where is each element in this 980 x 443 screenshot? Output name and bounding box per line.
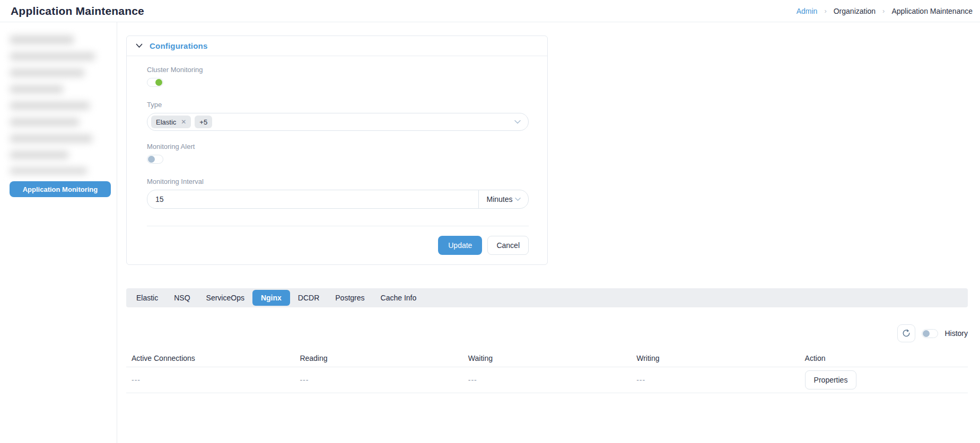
col-writing: Writing bbox=[631, 350, 799, 367]
tab-nginx[interactable]: Nginx bbox=[252, 290, 290, 306]
type-chip-elastic: Elastic ✕ bbox=[151, 116, 191, 128]
configurations-panel-title: Configurations bbox=[150, 41, 207, 50]
col-reading: Reading bbox=[294, 350, 462, 367]
tab-postgres[interactable]: Postgres bbox=[327, 289, 372, 306]
update-button[interactable]: Update bbox=[438, 236, 482, 255]
toggle-knob bbox=[923, 330, 930, 337]
monitoring-interval-group: Minutes bbox=[147, 190, 529, 209]
configurations-panel: Configurations Cluster Monitoring Type E… bbox=[126, 36, 548, 265]
monitoring-interval-label: Monitoring Interval bbox=[147, 178, 527, 185]
page-title: Application Maintenance bbox=[11, 5, 144, 17]
history-toggle[interactable] bbox=[922, 329, 938, 338]
chevron-down-icon bbox=[515, 197, 521, 201]
toggle-knob bbox=[155, 79, 162, 86]
remove-chip-icon[interactable]: ✕ bbox=[181, 118, 186, 126]
breadcrumb-organization[interactable]: Organization bbox=[834, 7, 876, 15]
table-header-row: Active Connections Reading Waiting Writi… bbox=[126, 350, 968, 367]
history-label: History bbox=[944, 329, 968, 338]
cell-writing: --- bbox=[631, 369, 799, 391]
chevron-down-icon bbox=[514, 120, 521, 124]
configurations-panel-header[interactable]: Configurations bbox=[127, 36, 547, 56]
col-action: Action bbox=[800, 350, 968, 367]
monitoring-interval-input[interactable] bbox=[147, 190, 479, 209]
breadcrumb-separator-icon: › bbox=[824, 7, 826, 15]
chevron-down-icon bbox=[136, 43, 143, 48]
interval-unit-value: Minutes bbox=[486, 195, 512, 203]
tab-dcdr[interactable]: DCDR bbox=[290, 289, 327, 306]
configurations-panel-body: Cluster Monitoring Type Elastic ✕ +5 Mon… bbox=[127, 56, 547, 264]
cancel-button[interactable]: Cancel bbox=[487, 236, 529, 255]
breadcrumb-current: Application Maintenance bbox=[891, 7, 973, 15]
nginx-stats-table: Active Connections Reading Waiting Writi… bbox=[126, 350, 968, 393]
tab-nsq[interactable]: NSQ bbox=[166, 289, 198, 306]
breadcrumb-admin[interactable]: Admin bbox=[797, 7, 818, 15]
interval-unit-select[interactable]: Minutes bbox=[478, 190, 529, 209]
breadcrumb: Admin › Organization › Application Maint… bbox=[797, 7, 973, 15]
type-multiselect[interactable]: Elastic ✕ +5 bbox=[147, 113, 529, 131]
refresh-icon bbox=[901, 328, 912, 339]
breadcrumb-separator-icon: › bbox=[882, 7, 885, 15]
cluster-monitoring-toggle[interactable] bbox=[147, 78, 163, 87]
content-area: Application Monitoring Configurations Cl… bbox=[0, 22, 980, 443]
properties-button[interactable]: Properties bbox=[805, 370, 857, 389]
toggle-knob bbox=[148, 156, 155, 163]
cell-active-connections: --- bbox=[126, 369, 294, 391]
tab-serviceops[interactable]: ServiceOps bbox=[198, 289, 252, 306]
refresh-button[interactable] bbox=[897, 324, 915, 342]
type-chip-label: Elastic bbox=[156, 118, 176, 126]
col-waiting: Waiting bbox=[463, 350, 631, 367]
monitoring-alert-label: Monitoring Alert bbox=[147, 143, 527, 150]
cell-waiting: --- bbox=[463, 369, 631, 391]
type-label: Type bbox=[147, 101, 527, 109]
sidebar-item-application-monitoring[interactable]: Application Monitoring bbox=[10, 181, 111, 197]
col-active-connections: Active Connections bbox=[126, 350, 294, 367]
tab-cache-info[interactable]: Cache Info bbox=[373, 289, 425, 306]
cell-action: Properties bbox=[800, 367, 968, 393]
service-tabbar: Elastic NSQ ServiceOps Nginx DCDR Postgr… bbox=[126, 288, 968, 307]
table-row: --- --- --- --- Properties bbox=[126, 367, 968, 393]
cluster-monitoring-label: Cluster Monitoring bbox=[147, 66, 527, 74]
sidebar: Application Monitoring bbox=[0, 22, 117, 443]
panel-button-row: Update Cancel bbox=[147, 226, 529, 264]
application-maintenance-page: Application Maintenance Admin › Organiza… bbox=[0, 0, 980, 443]
tab-elastic[interactable]: Elastic bbox=[128, 289, 166, 306]
main-area: Configurations Cluster Monitoring Type E… bbox=[117, 22, 980, 443]
monitoring-alert-toggle[interactable] bbox=[147, 155, 163, 164]
sidebar-blurred-content bbox=[10, 36, 98, 174]
top-bar: Application Maintenance Admin › Organiza… bbox=[0, 0, 980, 22]
type-chip-more[interactable]: +5 bbox=[195, 116, 212, 128]
table-toolbar: History bbox=[126, 324, 968, 342]
cell-reading: --- bbox=[294, 369, 462, 391]
